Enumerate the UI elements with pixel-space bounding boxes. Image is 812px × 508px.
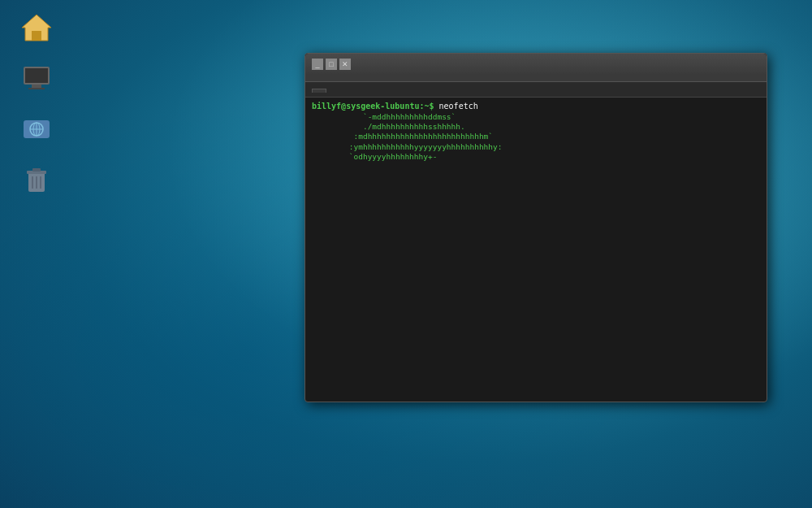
terminal-prompt: billyf@sysgeek-lubuntu:~$ [312, 102, 434, 111]
desktop-icon-computer[interactable] [8, 59, 65, 101]
svg-rect-4 [32, 85, 41, 88]
terminal-left-pane: billyf@sysgeek-lubuntu:~$ neofetch `-mdd… [312, 101, 760, 398]
terminal-menu-actions[interactable] [328, 76, 335, 80]
svg-rect-5 [28, 88, 45, 89]
terminal-menu-edit[interactable] [344, 76, 351, 80]
terminal-maximize-button[interactable]: □ [326, 59, 337, 70]
svg-rect-1 [32, 31, 41, 41]
terminal-menu-view[interactable] [361, 76, 367, 80]
terminal-menu-help[interactable] [377, 76, 383, 80]
terminal-titlebar: _ □ ✕ [305, 54, 767, 75]
terminal-minimize-button[interactable]: _ [312, 59, 323, 70]
terminal-content: billyf@sysgeek-lubuntu:~$ neofetch `-mdd… [305, 98, 767, 402]
terminal-window: _ □ ✕ billyf@sysgeek-lubuntu:~$ neofetch… [304, 53, 767, 402]
terminal-ascii-art: `-mddhhhhhhhhhddmss` ./mdhhhhhhhhhhsshhh… [312, 112, 760, 163]
svg-rect-3 [25, 68, 48, 83]
desktop-icon-network[interactable] [8, 109, 65, 151]
terminal-tab-bar [305, 82, 767, 98]
desktop-icons [8, 8, 65, 202]
terminal-menu-file[interactable] [312, 76, 318, 80]
desktop: _ □ ✕ billyf@sysgeek-lubuntu:~$ neofetch… [0, 0, 812, 508]
terminal-close-button[interactable]: ✕ [339, 59, 351, 70]
terminal-command: neofetch [439, 102, 478, 111]
svg-rect-13 [32, 168, 41, 172]
terminal-menubar [305, 75, 767, 82]
desktop-icon-home[interactable] [8, 8, 65, 50]
terminal-tab[interactable] [312, 89, 326, 93]
desktop-icon-trash[interactable] [8, 159, 65, 202]
